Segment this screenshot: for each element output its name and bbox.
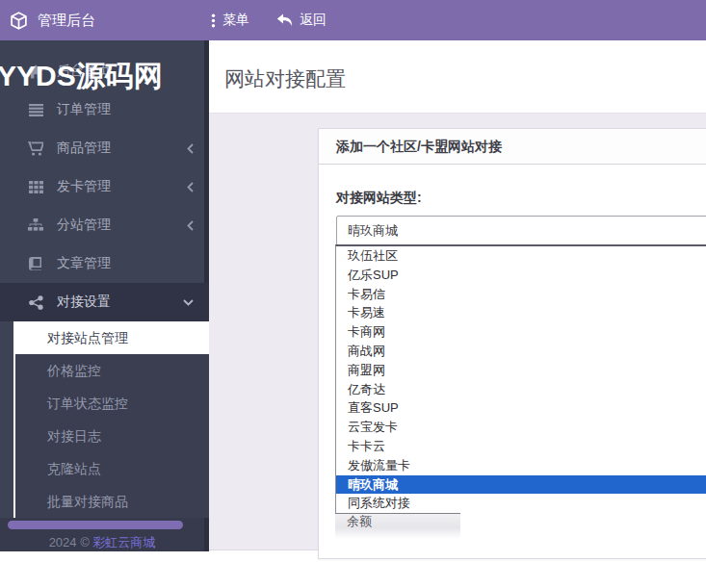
- chevron-left-icon: [187, 143, 194, 154]
- submenu-item-order-status-monitor[interactable]: 订单状态监控: [15, 387, 209, 420]
- menu-toggle-label: 菜单: [222, 12, 249, 29]
- submenu-item-batch-docking-products[interactable]: 批量对接商品: [15, 485, 209, 518]
- page-header: 网站对接配置: [209, 40, 706, 114]
- sidebar-item-label: 商品管理: [57, 140, 111, 157]
- dropdown-option[interactable]: 商盟网: [336, 361, 706, 380]
- list-icon: [27, 104, 44, 116]
- sidebar-item-label: 订单管理: [57, 101, 111, 118]
- sidebar-item-label: 发卡管理: [57, 178, 111, 195]
- dropdown-option[interactable]: 同系统对接: [336, 494, 706, 513]
- app-brand: 管理后台: [10, 0, 95, 40]
- site-link[interactable]: 彩虹云商城: [92, 535, 155, 550]
- submenu-item-docking-site-management[interactable]: 对接站点管理: [15, 321, 209, 354]
- sidebar-menu: 后台首页 订单管理 商品管理: [0, 40, 209, 518]
- card-body: 对接网站类型: 晴玖商城: [319, 165, 706, 245]
- submenu-item-docking-log[interactable]: 对接日志: [15, 420, 209, 452]
- sidebar: YYDS源码网 后台首页 订单管理 商品管理: [0, 40, 209, 551]
- sidebar-item-docking-settings[interactable]: 对接设置: [0, 283, 209, 321]
- logo-watermark: YYDS源码网: [0, 57, 163, 96]
- sidebar-item-orders[interactable]: 订单管理: [0, 90, 209, 129]
- sidebar-item-label: 分站管理: [57, 217, 111, 234]
- dropdown-option[interactable]: 商战网: [336, 342, 706, 361]
- cart-icon: [27, 141, 44, 156]
- select-value: 晴玖商城: [348, 222, 398, 240]
- grid-icon: [27, 181, 44, 193]
- chevron-left-icon: [187, 182, 194, 192]
- app-title: 管理后台: [38, 12, 95, 30]
- sidebar-item-label: 文章管理: [57, 255, 111, 272]
- chevron-down-icon: [183, 299, 194, 306]
- site-type-dropdown: 玖伍社区 亿乐SUP 卡易信 卡易速 卡商网 商战网 商盟网 亿奇达 直客SUP…: [335, 244, 706, 513]
- dropdown-option[interactable]: 卡商网: [336, 322, 706, 342]
- dropdown-option[interactable]: 直客SUP: [336, 398, 706, 418]
- chevron-left-icon: [187, 220, 194, 231]
- main-content: 网站对接配置 添加一个社区/卡盟网站对接 对接网站类型: 晴玖商城 玖伍社区 亿…: [209, 40, 706, 588]
- docking-settings-submenu: 对接站点管理 价格监控 订单状态监控 对接日志 克隆站点 批量对接商品: [13, 321, 209, 518]
- sidebar-item-substations[interactable]: 分站管理: [0, 206, 209, 244]
- dropdown-option[interactable]: 发傲流量卡: [336, 456, 706, 475]
- dots-vertical-icon: [211, 13, 216, 28]
- sidebar-item-articles[interactable]: 文章管理: [0, 244, 209, 283]
- dropdown-option[interactable]: 卡易信: [336, 285, 706, 304]
- site-type-label: 对接网站类型:: [336, 188, 706, 207]
- back-button[interactable]: 返回: [276, 12, 327, 29]
- horizontal-scrollbar-thumb[interactable]: [8, 521, 183, 529]
- sidebar-item-products[interactable]: 商品管理: [0, 129, 209, 167]
- dropdown-option[interactable]: 卡卡云: [336, 437, 706, 456]
- behind-text: 余额: [347, 514, 372, 528]
- dropdown-option[interactable]: 卡易速: [336, 303, 706, 322]
- dropdown-option-selected[interactable]: 晴玖商城: [336, 475, 706, 495]
- dropdown-option[interactable]: 亿奇达: [336, 380, 706, 399]
- topbar-actions: 菜单 返回: [211, 0, 327, 40]
- dropdown-option[interactable]: 亿乐SUP: [336, 266, 706, 285]
- cube-logo-icon: [10, 12, 28, 30]
- book-icon: [27, 257, 44, 270]
- site-type-select[interactable]: 晴玖商城: [336, 216, 706, 245]
- submenu-item-price-monitor[interactable]: 价格监控: [15, 354, 209, 387]
- topbar: 管理后台 菜单 返回: [0, 0, 706, 40]
- copyright-text: 2024 ©: [49, 535, 93, 550]
- return-arrow-icon: [276, 13, 293, 27]
- back-label: 返回: [300, 12, 327, 29]
- menu-toggle-button[interactable]: 菜单: [211, 12, 249, 29]
- dropdown-option[interactable]: 玖伍社区: [336, 246, 706, 266]
- dropdown-option[interactable]: 云宝发卡: [336, 418, 706, 437]
- sidebar-item-label: 对接设置: [57, 294, 111, 311]
- sidebar-item-cards[interactable]: 发卡管理: [0, 167, 209, 206]
- dropdown-shadow-remnant: 余额: [335, 513, 460, 539]
- card-header: 添加一个社区/卡盟网站对接: [319, 129, 706, 165]
- page-title: 网站对接配置: [209, 40, 706, 92]
- share-icon: [27, 295, 44, 310]
- sidebar-footer: 2024 © 彩虹云商城: [0, 534, 204, 551]
- submenu-item-clone-site[interactable]: 克隆站点: [15, 452, 209, 485]
- sitemap-icon: [27, 218, 44, 232]
- sidebar-bottom-area: 2024 © 彩虹云商城: [0, 518, 204, 551]
